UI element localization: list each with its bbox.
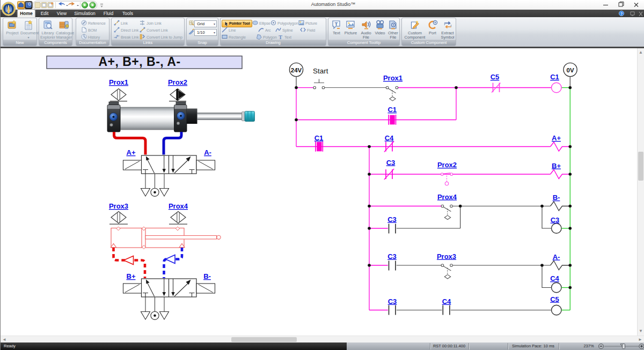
- svg-text:B-: B-: [553, 193, 560, 202]
- svg-text:C1: C1: [314, 134, 324, 142]
- svg-text:C4: C4: [442, 297, 451, 306]
- svg-text:C4: C4: [385, 134, 394, 142]
- svg-text:C3: C3: [551, 216, 560, 224]
- svg-text:C3: C3: [386, 159, 396, 167]
- svg-text:C3: C3: [387, 252, 397, 260]
- svg-text:B+: B+: [552, 162, 561, 170]
- svg-text:Prox1: Prox1: [109, 78, 128, 86]
- svg-text:A+: A+: [552, 134, 561, 142]
- svg-text:Prox2: Prox2: [437, 161, 457, 169]
- svg-text:T: T: [279, 34, 282, 40]
- svg-text:C3: C3: [387, 215, 397, 224]
- svg-text:Prox3: Prox3: [109, 202, 128, 210]
- svg-text:Prox1: Prox1: [383, 74, 402, 82]
- svg-text:Prox4: Prox4: [437, 193, 457, 201]
- svg-text:A+: A+: [127, 148, 136, 157]
- svg-text:Start: Start: [313, 67, 328, 75]
- svg-text:C5: C5: [550, 295, 559, 303]
- svg-text:24V: 24V: [291, 67, 302, 73]
- svg-text:Prox4: Prox4: [169, 202, 188, 210]
- svg-text:C5: C5: [491, 73, 500, 81]
- svg-text:0V: 0V: [567, 67, 574, 73]
- svg-text:A+, B+, B-, A-: A+, B+, B-, A-: [98, 55, 180, 69]
- svg-text:B+: B+: [127, 272, 136, 280]
- svg-text:A-: A-: [553, 253, 560, 261]
- svg-text:?: ?: [620, 11, 623, 16]
- svg-text:C1: C1: [550, 73, 559, 81]
- svg-text:Prox2: Prox2: [168, 78, 187, 86]
- svg-text:Prox3: Prox3: [437, 252, 456, 260]
- svg-text:T: T: [334, 21, 338, 27]
- svg-text:C1: C1: [387, 106, 397, 114]
- svg-text:A-: A-: [204, 148, 211, 157]
- svg-text:B-: B-: [203, 272, 211, 280]
- svg-text:C4: C4: [550, 274, 559, 282]
- svg-text:C3: C3: [388, 297, 397, 306]
